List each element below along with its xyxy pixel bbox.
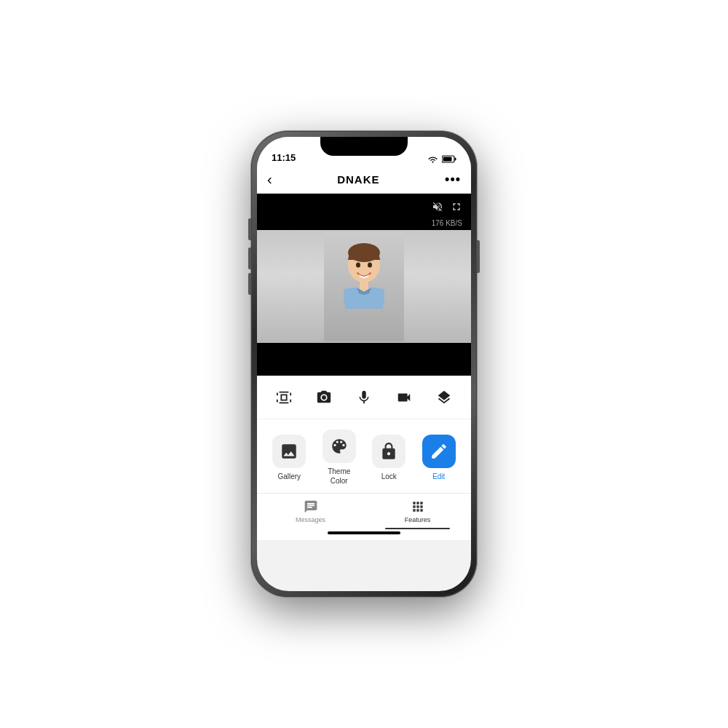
feature-gallery[interactable]: Gallery	[267, 435, 311, 481]
features-tab-label: Features	[405, 516, 431, 523]
feature-edit[interactable]: Edit	[417, 435, 461, 481]
video-top-bar	[257, 194, 471, 219]
nav-bar: ‹ DNAKE •••	[257, 166, 471, 194]
svg-rect-1	[455, 158, 456, 161]
tab-messages[interactable]: Messages	[257, 499, 364, 523]
screenshot-button[interactable]	[271, 384, 297, 411]
home-indicator	[328, 531, 400, 534]
battery-icon	[442, 155, 456, 163]
camera-button[interactable]	[311, 384, 337, 411]
lock-icon	[379, 442, 398, 461]
messages-tab-label: Messages	[296, 516, 325, 523]
svg-rect-8	[360, 281, 368, 291]
gallery-icon-wrap	[272, 435, 306, 468]
phone-frame: 11:15 ‹ DNAKE •••	[251, 131, 477, 597]
video-feed	[257, 230, 471, 343]
palette-icon	[330, 437, 349, 456]
gallery-label: Gallery	[277, 472, 301, 481]
status-bar: 11:15	[257, 137, 471, 166]
layers-button[interactable]	[431, 384, 457, 411]
mute-icon[interactable]	[432, 201, 443, 213]
theme-color-label: ThemeColor	[328, 467, 350, 486]
video-bottom-bar	[257, 343, 471, 376]
notch	[320, 137, 408, 156]
status-time: 11:15	[272, 152, 296, 163]
phone-screen: 11:15 ‹ DNAKE •••	[257, 137, 471, 591]
messages-tab-icon	[304, 499, 318, 514]
feature-theme-color[interactable]: ThemeColor	[317, 430, 361, 486]
feature-lock[interactable]: Lock	[367, 435, 411, 481]
back-button[interactable]: ‹	[267, 171, 272, 188]
page-title: DNAKE	[337, 173, 379, 186]
edit-label: Edit	[432, 472, 445, 481]
speed-row: 176 KB/S	[257, 219, 471, 230]
tab-bar: Messages Features	[257, 493, 471, 540]
video-call-button[interactable]	[391, 384, 417, 411]
microphone-button[interactable]	[351, 384, 377, 411]
theme-color-icon-wrap	[323, 430, 356, 463]
lock-icon-wrap	[372, 435, 405, 468]
tab-features[interactable]: Features	[364, 499, 471, 523]
svg-point-7	[368, 262, 372, 267]
edit-icon-wrap	[422, 435, 456, 468]
svg-rect-2	[443, 157, 452, 162]
lock-label: Lock	[381, 472, 397, 481]
wifi-icon	[427, 155, 438, 163]
controls-row	[257, 376, 471, 419]
more-button[interactable]: •••	[445, 172, 461, 187]
gallery-icon	[280, 442, 298, 461]
status-icons	[427, 155, 456, 163]
person-image	[324, 232, 404, 341]
svg-point-6	[356, 262, 360, 267]
video-speed: 176 KB/S	[432, 219, 462, 227]
features-tab-icon	[411, 499, 425, 514]
features-grid: Gallery ThemeColor Lock	[257, 419, 471, 493]
edit-icon	[430, 442, 448, 461]
fullscreen-icon[interactable]	[451, 201, 462, 213]
